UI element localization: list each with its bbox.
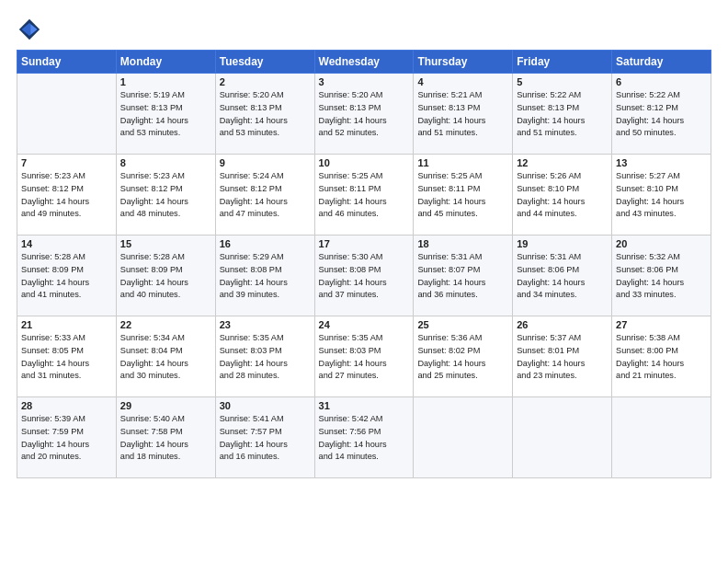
calendar-cell: 27Sunrise: 5:38 AM Sunset: 8:00 PM Dayli… bbox=[612, 316, 711, 397]
day-number: 1 bbox=[120, 76, 211, 87]
weekday-header: Saturday bbox=[612, 51, 711, 74]
day-number: 19 bbox=[517, 238, 608, 249]
calendar-cell: 10Sunrise: 5:25 AM Sunset: 8:11 PM Dayli… bbox=[314, 155, 414, 236]
calendar-cell: 23Sunrise: 5:35 AM Sunset: 8:03 PM Dayli… bbox=[215, 316, 314, 397]
day-number: 3 bbox=[319, 76, 410, 87]
day-info: Sunrise: 5:39 AM Sunset: 7:59 PM Dayligh… bbox=[21, 413, 112, 464]
day-number: 11 bbox=[417, 157, 508, 168]
day-info: Sunrise: 5:34 AM Sunset: 8:04 PM Dayligh… bbox=[120, 332, 211, 383]
calendar-cell: 14Sunrise: 5:28 AM Sunset: 8:09 PM Dayli… bbox=[17, 236, 117, 316]
weekday-header: Thursday bbox=[414, 51, 513, 74]
weekday-header: Monday bbox=[116, 51, 215, 74]
calendar-cell: 2Sunrise: 5:20 AM Sunset: 8:13 PM Daylig… bbox=[215, 74, 314, 155]
day-info: Sunrise: 5:26 AM Sunset: 8:10 PM Dayligh… bbox=[517, 170, 608, 221]
day-number: 8 bbox=[120, 157, 211, 168]
day-info: Sunrise: 5:40 AM Sunset: 7:58 PM Dayligh… bbox=[120, 413, 211, 464]
day-number: 27 bbox=[616, 319, 707, 330]
calendar-cell: 4Sunrise: 5:21 AM Sunset: 8:13 PM Daylig… bbox=[414, 74, 513, 155]
calendar-cell: 31Sunrise: 5:42 AM Sunset: 7:56 PM Dayli… bbox=[314, 397, 414, 478]
calendar-week-row: 14Sunrise: 5:28 AM Sunset: 8:09 PM Dayli… bbox=[17, 236, 711, 316]
day-number: 21 bbox=[21, 319, 112, 330]
day-info: Sunrise: 5:31 AM Sunset: 8:07 PM Dayligh… bbox=[417, 251, 508, 302]
header bbox=[17, 17, 711, 42]
day-info: Sunrise: 5:25 AM Sunset: 8:11 PM Dayligh… bbox=[319, 170, 410, 221]
day-number: 28 bbox=[21, 400, 112, 411]
calendar-cell: 11Sunrise: 5:25 AM Sunset: 8:11 PM Dayli… bbox=[414, 155, 513, 236]
day-number: 5 bbox=[517, 76, 608, 87]
calendar-cell: 13Sunrise: 5:27 AM Sunset: 8:10 PM Dayli… bbox=[612, 155, 711, 236]
day-number: 23 bbox=[220, 319, 311, 330]
calendar-cell: 5Sunrise: 5:22 AM Sunset: 8:13 PM Daylig… bbox=[513, 74, 612, 155]
day-info: Sunrise: 5:36 AM Sunset: 8:02 PM Dayligh… bbox=[417, 332, 508, 383]
day-info: Sunrise: 5:31 AM Sunset: 8:06 PM Dayligh… bbox=[517, 251, 608, 302]
calendar-cell bbox=[17, 74, 117, 155]
day-number: 29 bbox=[120, 400, 211, 411]
calendar-cell: 20Sunrise: 5:32 AM Sunset: 8:06 PM Dayli… bbox=[612, 236, 711, 316]
day-info: Sunrise: 5:20 AM Sunset: 8:13 PM Dayligh… bbox=[319, 89, 410, 140]
day-info: Sunrise: 5:33 AM Sunset: 8:05 PM Dayligh… bbox=[21, 332, 112, 383]
day-info: Sunrise: 5:29 AM Sunset: 8:08 PM Dayligh… bbox=[220, 251, 311, 302]
calendar-cell bbox=[414, 397, 513, 478]
day-info: Sunrise: 5:24 AM Sunset: 8:12 PM Dayligh… bbox=[220, 170, 311, 221]
day-number: 13 bbox=[616, 157, 707, 168]
calendar-cell bbox=[612, 397, 711, 478]
day-number: 10 bbox=[319, 157, 410, 168]
day-number: 9 bbox=[220, 157, 311, 168]
day-info: Sunrise: 5:23 AM Sunset: 8:12 PM Dayligh… bbox=[120, 170, 211, 221]
calendar-week-row: 1Sunrise: 5:19 AM Sunset: 8:13 PM Daylig… bbox=[17, 74, 711, 155]
calendar-cell: 1Sunrise: 5:19 AM Sunset: 8:13 PM Daylig… bbox=[116, 74, 215, 155]
calendar-cell: 12Sunrise: 5:26 AM Sunset: 8:10 PM Dayli… bbox=[513, 155, 612, 236]
calendar-cell: 30Sunrise: 5:41 AM Sunset: 7:57 PM Dayli… bbox=[215, 397, 314, 478]
calendar-cell: 9Sunrise: 5:24 AM Sunset: 8:12 PM Daylig… bbox=[215, 155, 314, 236]
day-number: 30 bbox=[220, 400, 311, 411]
calendar-cell: 3Sunrise: 5:20 AM Sunset: 8:13 PM Daylig… bbox=[314, 74, 414, 155]
day-info: Sunrise: 5:35 AM Sunset: 8:03 PM Dayligh… bbox=[319, 332, 410, 383]
day-number: 18 bbox=[417, 238, 508, 249]
day-number: 17 bbox=[319, 238, 410, 249]
weekday-header: Friday bbox=[513, 51, 612, 74]
day-number: 22 bbox=[120, 319, 211, 330]
day-info: Sunrise: 5:28 AM Sunset: 8:09 PM Dayligh… bbox=[120, 251, 211, 302]
calendar-cell: 26Sunrise: 5:37 AM Sunset: 8:01 PM Dayli… bbox=[513, 316, 612, 397]
day-info: Sunrise: 5:22 AM Sunset: 8:12 PM Dayligh… bbox=[616, 89, 707, 140]
day-number: 24 bbox=[319, 319, 410, 330]
day-number: 6 bbox=[616, 76, 707, 87]
day-info: Sunrise: 5:41 AM Sunset: 7:57 PM Dayligh… bbox=[220, 413, 311, 464]
day-info: Sunrise: 5:30 AM Sunset: 8:08 PM Dayligh… bbox=[319, 251, 410, 302]
day-info: Sunrise: 5:19 AM Sunset: 8:13 PM Dayligh… bbox=[120, 89, 211, 140]
day-info: Sunrise: 5:25 AM Sunset: 8:11 PM Dayligh… bbox=[417, 170, 508, 221]
day-info: Sunrise: 5:22 AM Sunset: 8:13 PM Dayligh… bbox=[517, 89, 608, 140]
day-number: 20 bbox=[616, 238, 707, 249]
calendar-cell: 29Sunrise: 5:40 AM Sunset: 7:58 PM Dayli… bbox=[116, 397, 215, 478]
calendar-week-row: 28Sunrise: 5:39 AM Sunset: 7:59 PM Dayli… bbox=[17, 397, 711, 478]
day-info: Sunrise: 5:37 AM Sunset: 8:01 PM Dayligh… bbox=[517, 332, 608, 383]
day-number: 26 bbox=[517, 319, 608, 330]
day-info: Sunrise: 5:35 AM Sunset: 8:03 PM Dayligh… bbox=[220, 332, 311, 383]
weekday-header: Wednesday bbox=[314, 51, 414, 74]
day-info: Sunrise: 5:32 AM Sunset: 8:06 PM Dayligh… bbox=[616, 251, 707, 302]
day-info: Sunrise: 5:42 AM Sunset: 7:56 PM Dayligh… bbox=[319, 413, 410, 464]
calendar-week-row: 7Sunrise: 5:23 AM Sunset: 8:12 PM Daylig… bbox=[17, 155, 711, 236]
calendar-cell: 16Sunrise: 5:29 AM Sunset: 8:08 PM Dayli… bbox=[215, 236, 314, 316]
header-row: SundayMondayTuesdayWednesdayThursdayFrid… bbox=[17, 51, 711, 74]
day-info: Sunrise: 5:38 AM Sunset: 8:00 PM Dayligh… bbox=[616, 332, 707, 383]
calendar-cell: 15Sunrise: 5:28 AM Sunset: 8:09 PM Dayli… bbox=[116, 236, 215, 316]
weekday-header: Sunday bbox=[17, 51, 117, 74]
page: SundayMondayTuesdayWednesdayThursdayFrid… bbox=[0, 0, 728, 563]
day-info: Sunrise: 5:20 AM Sunset: 8:13 PM Dayligh… bbox=[220, 89, 311, 140]
day-number: 25 bbox=[417, 319, 508, 330]
day-number: 16 bbox=[220, 238, 311, 249]
day-number: 12 bbox=[517, 157, 608, 168]
calendar-cell: 24Sunrise: 5:35 AM Sunset: 8:03 PM Dayli… bbox=[314, 316, 414, 397]
calendar-cell: 19Sunrise: 5:31 AM Sunset: 8:06 PM Dayli… bbox=[513, 236, 612, 316]
calendar-cell: 6Sunrise: 5:22 AM Sunset: 8:12 PM Daylig… bbox=[612, 74, 711, 155]
calendar-cell: 25Sunrise: 5:36 AM Sunset: 8:02 PM Dayli… bbox=[414, 316, 513, 397]
calendar-cell: 17Sunrise: 5:30 AM Sunset: 8:08 PM Dayli… bbox=[314, 236, 414, 316]
day-number: 7 bbox=[21, 157, 112, 168]
calendar-cell: 7Sunrise: 5:23 AM Sunset: 8:12 PM Daylig… bbox=[17, 155, 117, 236]
day-number: 31 bbox=[319, 400, 410, 411]
day-info: Sunrise: 5:28 AM Sunset: 8:09 PM Dayligh… bbox=[21, 251, 112, 302]
calendar-cell: 8Sunrise: 5:23 AM Sunset: 8:12 PM Daylig… bbox=[116, 155, 215, 236]
day-info: Sunrise: 5:23 AM Sunset: 8:12 PM Dayligh… bbox=[21, 170, 112, 221]
day-number: 15 bbox=[120, 238, 211, 249]
